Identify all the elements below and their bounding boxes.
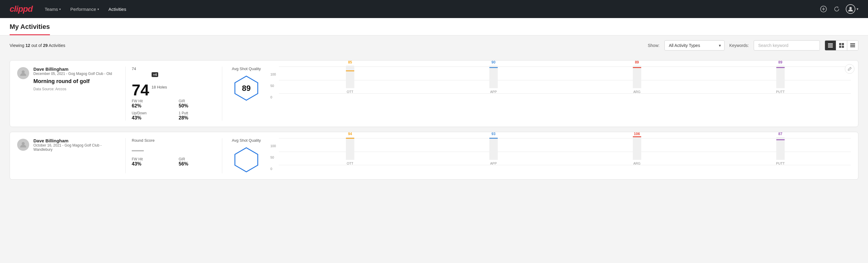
round-score-row: 74 +4 18 Holes (132, 72, 216, 98)
activity-date: December 05, 2021 - Gog Magog Golf Club … (33, 71, 112, 76)
shot-quality-section: Avg Shot Quality 89 (228, 66, 265, 102)
bar-arg: 106 ARG (566, 132, 707, 165)
bar-indicator-ott (346, 70, 354, 71)
refresh-icon[interactable] (833, 5, 841, 13)
svg-rect-13 (850, 45, 855, 46)
bar-ott: 94 OTT (279, 132, 421, 165)
activity-card: Dave Billingham December 05, 2021 - Gog … (10, 60, 858, 127)
navbar: clippd Teams ▾ Performance ▾ Activities (0, 0, 868, 18)
bar-ott: 85 OTT (279, 60, 421, 94)
fw-hit-value: 62% (132, 103, 169, 109)
hexagon-container: 89 (233, 75, 260, 102)
svg-rect-8 (839, 43, 841, 45)
svg-rect-6 (828, 46, 833, 46)
bar-track-ott (346, 137, 354, 160)
activity-type-select-wrapper[interactable]: All Activity Types (664, 40, 724, 51)
bar-indicator-app (489, 67, 498, 68)
gir-label: GIR (179, 157, 216, 161)
view-grid-button[interactable] (836, 40, 847, 50)
updown-stat: Up/Down 43% (132, 111, 169, 121)
keyword-input[interactable] (754, 40, 820, 51)
svg-point-3 (849, 7, 852, 9)
chart-section: 100 50 0 85 (270, 66, 851, 99)
bar-indicator-arg (633, 67, 641, 68)
svg-marker-18 (235, 148, 258, 172)
card-user-section: Dave Billingham October 16, 2021 - Gog M… (17, 138, 119, 154)
bar-fill-app (489, 68, 498, 88)
round-score-label: 74 (132, 66, 216, 71)
fw-hit-label: FW Hit (132, 99, 169, 103)
mini-stats: FW Hit 62% GIR 50% Up/Down 43% 1 Putt 28… (132, 99, 216, 121)
shot-quality-label: Avg Shot Quality (232, 66, 261, 71)
bar-indicator-putt (776, 67, 785, 68)
bar-app: 93 APP (423, 132, 564, 165)
bar-track-putt (776, 137, 785, 160)
avatar (17, 139, 29, 151)
activity-date: October 16, 2021 - Gog Magog Golf Club -… (33, 143, 119, 152)
chart-section: 100 50 0 94 OTT (270, 138, 851, 171)
view-list-full-button[interactable] (847, 40, 858, 50)
fw-hit-label: FW Hit (132, 157, 169, 161)
activity-type-select[interactable]: All Activity Types (664, 40, 724, 51)
bar-chart-bars: 94 OTT 93 APP (277, 132, 851, 171)
show-label: Show: (648, 43, 659, 48)
updown-label: Up/Down (132, 111, 169, 115)
bar-track-app (489, 66, 498, 88)
bar-fill-putt (776, 68, 785, 88)
bar-app: 90 APP (423, 60, 564, 94)
bar-track-arg (633, 66, 641, 88)
bar-track-arg (633, 137, 641, 160)
user-info: Dave Billingham October 16, 2021 - Gog M… (33, 138, 119, 154)
user-name: Dave Billingham (33, 138, 119, 143)
divider (222, 66, 222, 121)
divider (222, 138, 222, 173)
gir-stat: GIR 50% (179, 99, 216, 109)
svg-rect-14 (850, 46, 855, 47)
user-name: Dave Billingham (33, 66, 112, 71)
score-value: 74 (132, 82, 149, 98)
hexagon-container (233, 146, 260, 173)
chart-y-axis: 100 50 0 (270, 144, 276, 171)
page-title: My Activities (10, 23, 50, 35)
hexagon-svg (233, 146, 260, 173)
nav-activities[interactable]: Activities (108, 4, 126, 14)
nav-teams[interactable]: Teams ▾ (44, 4, 60, 14)
divider (125, 66, 126, 121)
chevron-down-icon: ▾ (97, 7, 99, 11)
activity-title[interactable]: Morning round of golf (33, 78, 112, 85)
chevron-down-icon: ▾ (59, 7, 61, 11)
avatar (17, 67, 29, 79)
oneputt-value: 28% (179, 115, 216, 121)
round-score-label: Round Score (132, 138, 216, 143)
bar-track-app (489, 137, 498, 160)
user-info: Dave Billingham December 05, 2021 - Gog … (33, 66, 112, 91)
data-source: Data Source: Arccos (33, 87, 112, 91)
edit-button[interactable] (845, 64, 855, 74)
svg-rect-4 (828, 43, 833, 44)
bar-fill-arg (633, 68, 641, 88)
gir-label: GIR (179, 99, 216, 103)
view-list-compact-button[interactable] (825, 40, 836, 50)
card-user-section: Dave Billingham December 05, 2021 - Gog … (17, 66, 119, 91)
mini-stats: FW Hit 43% GIR 56% (132, 157, 216, 167)
updown-value: 43% (132, 115, 169, 121)
nav-performance[interactable]: Performance ▾ (70, 4, 99, 14)
bar-track-putt (776, 66, 785, 88)
bar-putt: 87 PUTT (710, 132, 851, 165)
shot-quality-section: Avg Shot Quality (228, 138, 265, 173)
activity-card: Dave Billingham October 16, 2021 - Gog M… (10, 132, 858, 180)
svg-rect-12 (850, 43, 855, 44)
logo[interactable]: clippd (10, 4, 32, 14)
user-avatar-button[interactable]: ▾ (846, 4, 858, 14)
page-header: My Activities (0, 18, 868, 35)
round-score-section: Round Score — FW Hit 43% GIR 56% (132, 138, 216, 167)
svg-rect-11 (842, 46, 844, 48)
svg-rect-7 (828, 47, 833, 48)
bar-putt: 89 PUTT (710, 60, 851, 94)
bar-chart-bars: 85 OTT 90 APP (277, 60, 851, 99)
viewing-text: Viewing 12 out of 29 Activities (10, 43, 643, 48)
fw-hit-value: 43% (132, 161, 169, 167)
filter-bar: Viewing 12 out of 29 Activities Show: Al… (0, 35, 868, 55)
add-icon[interactable] (819, 5, 828, 13)
fw-hit-stat: FW Hit 43% (132, 157, 169, 167)
